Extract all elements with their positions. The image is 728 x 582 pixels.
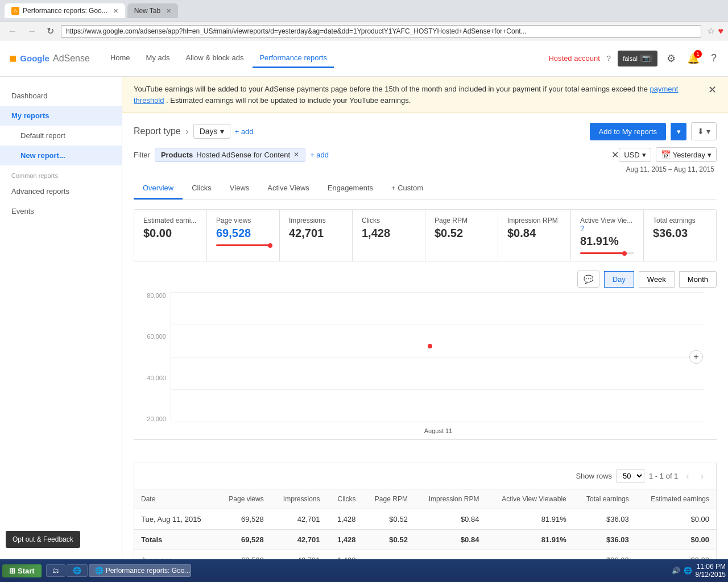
tab-overview[interactable]: Overview <box>134 178 183 199</box>
stat-impression-rpm: Impression RPM $0.84 <box>498 210 571 261</box>
table-header-row: Date Page views Impressions Clicks Page … <box>134 489 716 509</box>
stat-label-0: Estimated earni... <box>143 217 197 225</box>
sidebar-item-my-reports[interactable]: My reports <box>0 106 122 126</box>
tab-views[interactable]: Views <box>221 178 258 199</box>
username-label: faisal <box>623 55 638 62</box>
chart-add-button[interactable]: + <box>689 350 703 364</box>
forward-button[interactable]: → <box>24 25 40 38</box>
breadcrumb-chevron: › <box>185 126 189 138</box>
sidebar-item-events[interactable]: Events <box>0 201 122 221</box>
period-week-button[interactable]: Week <box>639 271 675 288</box>
notifications-button[interactable]: 🔔 1 <box>685 50 702 67</box>
back-button[interactable]: ← <box>5 25 20 38</box>
stat-label-5: Impression RPM <box>507 217 561 225</box>
inactive-tab-close-icon[interactable]: ✕ <box>166 7 171 15</box>
sidebar-item-new-report[interactable]: New report... <box>0 146 122 165</box>
totals-activeview: 81.91% <box>486 530 573 550</box>
sidebar-item-dashboard[interactable]: Dashboard <box>0 86 122 106</box>
tab-engagements[interactable]: Engagements <box>318 178 382 199</box>
report-type-label: Report type <box>134 126 181 136</box>
clock-date: 8/12/2015 <box>696 571 726 579</box>
chart-y-label-0: 80,000 <box>147 292 166 299</box>
avatar-photo: 📷 <box>640 55 652 62</box>
tab-custom[interactable]: + Custom <box>382 178 432 199</box>
heart-icon[interactable]: ♥ <box>718 26 724 36</box>
sidebar-item-default-report[interactable]: Default report <box>0 126 122 146</box>
taskbar-item-browser[interactable]: 🌐 Performance reports: Goo... <box>89 564 191 577</box>
hosted-account-link[interactable]: Hosted account <box>548 54 599 63</box>
totals-estimatedearnings: $0.00 <box>636 530 716 550</box>
totals-label: Totals <box>134 530 217 550</box>
report-container: Report type › Days ▾ + add Add to My rep… <box>122 113 728 582</box>
user-avatar[interactable]: faisal 📷 <box>618 51 657 66</box>
address-bar[interactable] <box>61 25 701 38</box>
top-navigation: ■ Google AdSense Home My ads Allow & blo… <box>0 40 728 77</box>
days-dropdown[interactable]: Days ▾ <box>193 124 230 139</box>
stat-label-6: Active View Vie... ? <box>580 217 634 232</box>
tab-close-icon[interactable]: ✕ <box>113 7 118 15</box>
taskbar-icon-1: 🔊 <box>672 567 680 575</box>
totals-totalearnings: $36.03 <box>573 530 636 550</box>
opt-out-feedback-button[interactable]: Opt out & Feedback <box>6 531 80 548</box>
rows-per-page-select[interactable]: 50 <box>617 469 644 483</box>
chart-grid-2 <box>171 357 705 357</box>
taskbar-item-ie[interactable]: 🌐 <box>67 564 88 577</box>
banner-text1: YouTube earnings will be added to your A… <box>134 85 650 93</box>
nav-right-area: Hosted account ? faisal 📷 ⚙ 🔔 1 ? <box>548 50 719 67</box>
date-selector[interactable]: 📅 Yesterday ▾ <box>656 147 717 162</box>
banner-close-button[interactable]: ✕ <box>708 84 717 96</box>
filter-add-link[interactable]: + add <box>310 151 329 159</box>
taskbar-clock: 11:06 PM 8/12/2015 <box>696 563 726 579</box>
pagination-prev-button[interactable]: ‹ <box>682 470 692 483</box>
inactive-tab[interactable]: New Tab ✕ <box>127 3 178 18</box>
date-arrow: ▾ <box>708 151 712 159</box>
download-button[interactable]: ⬇ ▾ <box>691 122 717 140</box>
start-button[interactable]: ⊞ Start <box>2 564 42 577</box>
col-header-total-earnings: Total earnings <box>573 489 636 509</box>
reload-button[interactable]: ↻ <box>43 24 57 38</box>
nav-links: Home My ads Allow & block ads Performanc… <box>104 49 549 68</box>
nav-performance-reports[interactable]: Performance reports <box>253 49 334 68</box>
banner-text2: . Estimated earnings will not be updated… <box>166 96 411 105</box>
currency-selector[interactable]: USD ▾ <box>619 148 651 162</box>
pagination-info: 1 - 1 of 1 <box>649 472 678 480</box>
sidebar: Dashboard My reports Default report New … <box>0 77 122 582</box>
settings-button[interactable]: ⚙ <box>664 50 678 67</box>
nav-home[interactable]: Home <box>104 49 137 68</box>
tab-clicks[interactable]: Clicks <box>183 178 221 199</box>
stat-bar-dot-1 <box>268 243 272 248</box>
add-report-link[interactable]: + add <box>235 127 254 136</box>
totals-clicks: 1,428 <box>327 530 363 550</box>
pagination-next-button[interactable]: › <box>697 470 707 483</box>
chart-data-dot <box>428 344 432 348</box>
taskbar-right: 🔊 🌐 11:06 PM 8/12/2015 <box>672 563 726 579</box>
table-top-bar: Show rows 50 1 - 1 of 1 ‹ › <box>134 463 716 489</box>
period-day-button[interactable]: Day <box>604 271 634 288</box>
hosted-account-help[interactable]: ? <box>607 54 611 63</box>
active-tab[interactable]: A Performance reports: Goo... ✕ <box>5 3 125 18</box>
nav-my-ads[interactable]: My ads <box>139 49 177 68</box>
data-table-container: Show rows 50 1 - 1 of 1 ‹ › Date <box>134 463 717 571</box>
period-month-button[interactable]: Month <box>679 271 717 288</box>
sidebar-item-advanced-reports[interactable]: Advanced reports <box>0 181 122 201</box>
tab-active-views[interactable]: Active Views <box>258 178 318 199</box>
table-row: Tue, Aug 11, 2015 69,528 42,701 1,428 $0… <box>134 509 716 530</box>
stat-value-4: $0.52 <box>435 227 489 240</box>
chart-comment-button[interactable]: 💬 <box>577 271 599 288</box>
chrome-icon: 🌐 <box>95 567 104 575</box>
start-icon: ⊞ <box>9 567 15 575</box>
stat-value-0: $0.00 <box>143 227 197 240</box>
tab-favicon: A <box>11 7 19 15</box>
filter-clear-button[interactable]: ✕ <box>611 149 619 160</box>
stat-value-2: 42,701 <box>289 227 343 240</box>
row-totalearnings-0: $36.03 <box>573 509 636 530</box>
bookmark-icon[interactable]: ☆ <box>707 26 715 36</box>
add-to-reports-arrow[interactable]: ▾ <box>671 123 686 140</box>
filter-tag-close-icon[interactable]: ✕ <box>293 151 299 159</box>
taskbar-item-explorer[interactable]: 🗂 <box>46 564 65 577</box>
add-to-reports-button[interactable]: Add to My reports <box>590 123 667 140</box>
nav-allow-block[interactable]: Allow & block ads <box>179 49 251 68</box>
help-button[interactable]: ? <box>709 50 719 66</box>
active-view-help-icon[interactable]: ? <box>580 225 584 232</box>
taskbar: ⊞ Start 🗂 🌐 🌐 Performance reports: Goo..… <box>0 559 728 582</box>
